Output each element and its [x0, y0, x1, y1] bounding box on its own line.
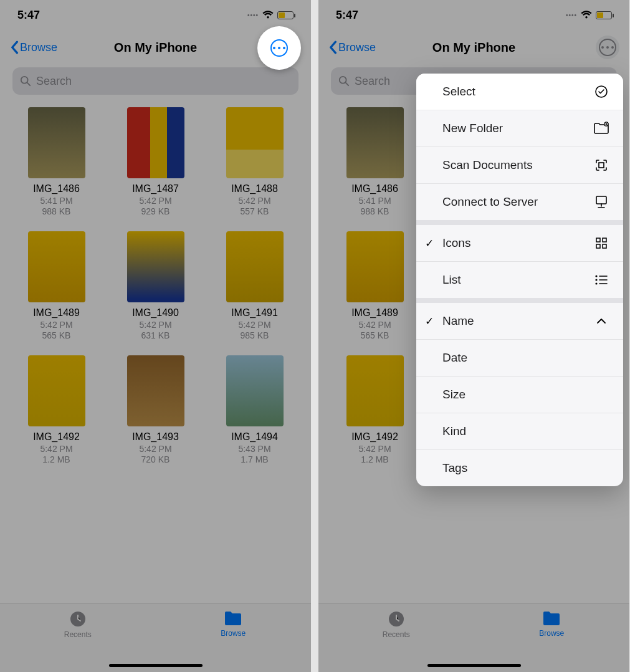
- file-name: IMG_1491: [231, 307, 278, 319]
- file-thumbnail: [346, 231, 404, 302]
- file-item[interactable]: IMG_14865:41 PM988 KB: [12, 107, 100, 216]
- scan-icon: [593, 157, 609, 173]
- server-icon: [593, 194, 609, 210]
- file-thumbnail: [226, 231, 284, 302]
- page-title: On My iPhone: [432, 41, 515, 55]
- menu-item-tags[interactable]: Tags: [416, 450, 623, 486]
- file-grid: IMG_14865:41 PM988 KBIMG_14875:42 PM929 …: [0, 101, 311, 464]
- clock-icon: [388, 610, 405, 628]
- ellipsis-circle-icon: [270, 39, 288, 57]
- more-button[interactable]: [257, 26, 301, 70]
- file-thumbnail: [226, 107, 284, 178]
- tab-browse[interactable]: Browse: [156, 610, 312, 672]
- svg-rect-11: [603, 238, 606, 242]
- search-placeholder: Search: [355, 75, 390, 88]
- ellipsis-circle-icon: [599, 39, 616, 56]
- check-circle-icon: [593, 84, 609, 100]
- file-size: 557 KB: [241, 206, 269, 216]
- tab-browse[interactable]: Browse: [474, 610, 630, 672]
- svg-rect-10: [596, 238, 600, 242]
- menu-item-scan-documents[interactable]: Scan Documents: [416, 147, 623, 184]
- folder-icon: [224, 610, 242, 626]
- svg-rect-8: [599, 163, 604, 168]
- tab-bar: Recents Browse: [318, 603, 629, 672]
- menu-item-select[interactable]: Select: [416, 74, 623, 110]
- list-view-icon: [593, 272, 609, 288]
- tab-recents[interactable]: Recents: [0, 610, 156, 672]
- file-time: 5:42 PM: [238, 320, 270, 330]
- file-item[interactable]: IMG_14895:42 PM565 KB: [12, 231, 100, 340]
- svg-point-0: [21, 77, 28, 84]
- svg-rect-12: [596, 244, 600, 248]
- file-thumbnail: [28, 231, 85, 302]
- status-bar: 5:47 ••••: [318, 0, 629, 30]
- chevron-left-icon: [328, 41, 337, 54]
- file-size: 631 KB: [141, 330, 170, 340]
- svg-line-1: [27, 83, 31, 86]
- file-item[interactable]: IMG_14925:42 PM1.2 MB: [12, 355, 100, 464]
- cellular-icon: ••••: [566, 12, 577, 19]
- file-size: 985 KB: [241, 330, 269, 340]
- tab-recents[interactable]: Recents: [318, 610, 474, 672]
- menu-item-name[interactable]: ✓ Name: [416, 303, 623, 340]
- file-size: 1.2 MB: [361, 454, 388, 464]
- menu-item-date[interactable]: Date: [416, 340, 623, 377]
- file-item[interactable]: IMG_14925:42 PM1.2 MB: [331, 355, 419, 464]
- svg-point-16: [595, 282, 597, 284]
- file-size: 988 KB: [361, 206, 389, 216]
- svg-point-3: [340, 77, 346, 84]
- home-indicator[interactable]: [427, 664, 521, 667]
- file-name: IMG_1487: [132, 183, 179, 194]
- menu-item-list[interactable]: List: [416, 262, 623, 298]
- home-indicator[interactable]: [109, 664, 203, 667]
- search-icon: [338, 75, 350, 87]
- folder-icon: [542, 610, 561, 626]
- file-size: 929 KB: [141, 206, 170, 216]
- file-item[interactable]: IMG_14905:42 PM631 KB: [112, 231, 199, 340]
- status-time: 5:47: [336, 9, 358, 22]
- file-item[interactable]: IMG_14885:42 PM557 KB: [211, 107, 298, 216]
- menu-item-connect-to-server[interactable]: Connect to Server: [416, 184, 623, 220]
- menu-item-icons[interactable]: ✓ Icons: [416, 225, 623, 262]
- back-button[interactable]: Browse: [328, 41, 376, 54]
- more-button[interactable]: [596, 36, 619, 59]
- file-name: IMG_1489: [33, 307, 80, 319]
- file-item[interactable]: IMG_14895:42 PM565 KB: [331, 231, 419, 340]
- file-name: IMG_1492: [33, 431, 80, 443]
- file-time: 5:42 PM: [358, 320, 391, 330]
- file-size: 1.2 MB: [42, 454, 70, 464]
- status-time: 5:47: [17, 9, 40, 22]
- menu-item-new-folder[interactable]: New Folder: [416, 110, 623, 147]
- status-bar: 5:47 ••••: [0, 0, 311, 30]
- back-button[interactable]: Browse: [10, 41, 57, 54]
- file-time: 5:42 PM: [358, 444, 391, 454]
- menu-item-size[interactable]: Size: [416, 377, 623, 413]
- menu-item-kind[interactable]: Kind: [416, 413, 623, 450]
- wifi-icon: [581, 11, 592, 19]
- file-name: IMG_1489: [351, 307, 398, 319]
- file-size: 1.7 MB: [241, 454, 268, 464]
- file-item[interactable]: IMG_14875:42 PM929 KB: [112, 107, 199, 216]
- file-item[interactable]: IMG_14865:41 PM988 KB: [331, 107, 419, 216]
- file-name: IMG_1494: [231, 431, 278, 443]
- file-thumbnail: [346, 355, 404, 426]
- file-time: 5:42 PM: [40, 444, 72, 454]
- grid-view-icon: [593, 235, 609, 251]
- search-input[interactable]: Search: [12, 67, 298, 95]
- file-size: 565 KB: [42, 330, 71, 340]
- wifi-icon: [262, 11, 274, 19]
- file-item[interactable]: IMG_14945:43 PM1.7 MB: [211, 355, 298, 464]
- file-thumbnail: [127, 355, 184, 426]
- context-menu: Select New Folder Scan Documents Connect…: [416, 74, 623, 486]
- svg-point-14: [595, 275, 597, 277]
- svg-line-4: [346, 83, 349, 86]
- battery-icon: [596, 11, 612, 19]
- file-time: 5:43 PM: [238, 444, 270, 454]
- file-thumbnail: [226, 355, 284, 426]
- file-item[interactable]: IMG_14935:42 PM720 KB: [112, 355, 199, 464]
- search-icon: [20, 75, 31, 87]
- file-name: IMG_1488: [231, 183, 278, 194]
- file-time: 5:42 PM: [40, 320, 72, 330]
- file-size: 565 KB: [361, 330, 389, 340]
- file-item[interactable]: IMG_14915:42 PM985 KB: [211, 231, 298, 340]
